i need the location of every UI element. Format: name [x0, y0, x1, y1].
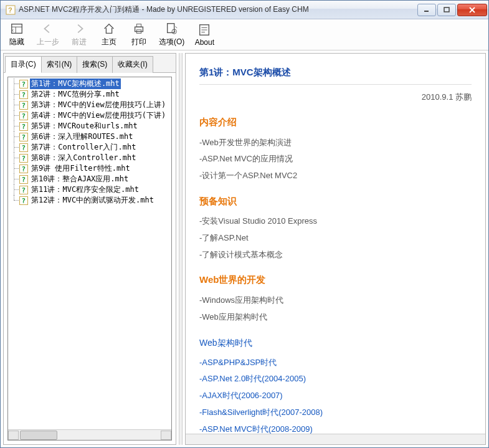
tree-item[interactable]: ?第9讲 使用Filter特性.mht — [9, 163, 170, 174]
section-item: -设计第一个ASP.Net MVC2 — [199, 168, 472, 184]
home-icon — [102, 22, 116, 36]
help-page-icon: ? — [19, 133, 28, 141]
content-pane: 第1讲：MVC架构概述 2010.9.1 苏鹏 内容介绍-Web开发世界的架构演… — [185, 53, 486, 445]
hide-icon — [10, 22, 24, 36]
svg-rect-12 — [167, 24, 174, 33]
tree-item[interactable]: ?第5讲：MVCRoute和urls.mht — [9, 121, 170, 131]
tree-item[interactable]: ?第3讲：MVC中的View层使用技巧(上讲) — [9, 100, 170, 110]
close-button[interactable] — [457, 4, 487, 16]
era-link[interactable]: -ASP.Net MVC时代(2008-2009) — [199, 422, 472, 434]
help-page-icon: ? — [19, 186, 28, 194]
tree-item[interactable]: ?第1讲：MVC架构概述.mht — [9, 79, 170, 89]
era-link[interactable]: -Flash&Silverlight时代(2007-2008) — [199, 405, 472, 421]
era-link[interactable]: -ASP.Net 2.0时代(2004-2005) — [199, 371, 472, 387]
tree-item-label: 第1讲：MVC架构概述.mht — [30, 79, 121, 89]
minimize-button[interactable] — [417, 4, 436, 16]
svg-text:?: ? — [22, 123, 26, 131]
help-page-icon: ? — [19, 164, 28, 173]
tool-label: 主页 — [102, 37, 116, 47]
window-buttons — [416, 4, 487, 16]
svg-text:?: ? — [22, 197, 26, 205]
help-page-icon: ? — [19, 122, 28, 131]
back-button: 上一步 — [34, 21, 62, 49]
tree-connector — [11, 174, 19, 184]
hide-button[interactable]: 隐藏 — [4, 21, 29, 49]
help-page-icon: ? — [19, 80, 28, 88]
tab-index[interactable]: 索引(N) — [41, 56, 78, 73]
tree-item[interactable]: ?第10讲：整合AJAX应用.mht — [9, 174, 170, 184]
tab-favorites[interactable]: 收藏夹(I) — [112, 56, 153, 73]
home-button[interactable]: 主页 — [97, 21, 121, 49]
section-item: -ASP.Net MVC的应用情况 — [199, 151, 472, 167]
svg-text:?: ? — [8, 6, 12, 14]
tree-item[interactable]: ?第11讲：MVC程序安全限定.mht — [9, 184, 170, 195]
tree-item-label: 第6讲：深入理解ROUTES.mht — [30, 131, 134, 142]
nav-tabs: 目录(C)索引(N)搜索(S)收藏夹(I) — [4, 54, 176, 73]
tool-label: 前进 — [72, 37, 87, 47]
scroll-left-button[interactable] — [8, 431, 19, 440]
tree-connector — [11, 100, 19, 110]
svg-text:?: ? — [22, 80, 26, 88]
tree-connector — [11, 110, 19, 121]
tree-item-label: 第3讲：MVC中的View层使用技巧(上讲) — [30, 100, 167, 110]
section-item: -Web开发世界的架构演进 — [199, 135, 472, 151]
tree-item[interactable]: ?第2讲：MVC范例分享.mht — [9, 89, 170, 100]
forward-button: 前进 — [67, 21, 92, 49]
era-link[interactable]: -AJAX时代(2006-2007) — [199, 388, 472, 404]
options-icon — [165, 22, 179, 36]
era-link[interactable]: -ASP&PHP&JSP时代 — [199, 355, 472, 371]
doc-dateline: 2010.9.1 苏鹏 — [199, 90, 472, 105]
tree-item[interactable]: ?第4讲：MVC中的View层使用技巧(下讲) — [9, 110, 170, 121]
svg-text:?: ? — [22, 91, 26, 99]
tree-item-label: 第2讲：MVC范例分享.mht — [30, 89, 121, 100]
tree-item-label: 第7讲：Controller入门.mht — [30, 142, 137, 153]
svg-rect-6 — [12, 24, 22, 34]
tree-item[interactable]: ?第6讲：深入理解ROUTES.mht — [9, 131, 170, 142]
help-page-icon: ? — [19, 154, 28, 163]
print-button[interactable]: 打印 — [126, 21, 151, 49]
tab-search[interactable]: 搜索(S) — [77, 56, 113, 73]
tool-label: 选项(O) — [159, 37, 184, 47]
tool-label: 打印 — [131, 37, 146, 47]
content-horizontal-scrollbar[interactable] — [186, 434, 485, 444]
tree-item-label: 第4讲：MVC中的View层使用技巧(下讲) — [30, 110, 167, 121]
scroll-thumb[interactable] — [20, 431, 57, 440]
tool-label: About — [195, 38, 214, 47]
chm-window: ? ASP.NET MVC2程序开发入门到精通 - Made by UNREGI… — [0, 0, 489, 448]
tree-item-label: 第8讲：深入Controller.mht — [30, 153, 137, 163]
help-page-icon: ? — [19, 90, 28, 99]
tree-item[interactable]: ?第8讲：深入Controller.mht — [9, 153, 170, 163]
tree-connector — [11, 195, 19, 206]
tree-connector — [11, 121, 19, 131]
titlebar[interactable]: ? ASP.NET MVC2程序开发入门到精通 - Made by UNREGI… — [1, 1, 488, 19]
svg-rect-9 — [135, 27, 143, 31]
contents-tree[interactable]: ?第1讲：MVC架构概述.mht?第2讲：MVC范例分享.mht?第3讲：MVC… — [8, 77, 171, 429]
tree-connector — [11, 142, 19, 153]
section-heading: Web世界的开发 — [199, 271, 472, 289]
tree-container: ?第1讲：MVC架构概述.mht?第2讲：MVC范例分享.mht?第3讲：MVC… — [7, 77, 172, 441]
about-button[interactable]: About — [192, 22, 217, 48]
tree-item-label: 第10讲：整合AJAX应用.mht — [30, 174, 130, 184]
options-button[interactable]: 选项(O) — [156, 21, 187, 49]
svg-text:?: ? — [22, 165, 26, 173]
help-page-icon: ? — [19, 112, 28, 120]
tree-horizontal-scrollbar[interactable] — [8, 429, 171, 440]
scroll-right-button[interactable] — [161, 431, 171, 440]
section-item: -了解设计模式基本概念 — [199, 247, 472, 263]
sub-heading: Web架构时代 — [199, 335, 472, 351]
help-page-icon: ? — [19, 175, 28, 184]
tree-item[interactable]: ?第12讲：MVC中的测试驱动开发.mht — [9, 195, 170, 206]
tab-contents[interactable]: 目录(C) — [5, 56, 42, 73]
help-page-icon: ? — [19, 101, 28, 110]
content-area: 目录(C)索引(N)搜索(S)收藏夹(I) ?第1讲：MVC架构概述.mht?第… — [1, 50, 488, 447]
splitter[interactable] — [179, 53, 183, 445]
tree-connector — [11, 131, 19, 142]
app-icon: ? — [6, 5, 16, 15]
title-divider — [199, 84, 472, 85]
tool-label: 隐藏 — [9, 37, 24, 47]
svg-rect-3 — [444, 7, 449, 12]
document-view[interactable]: 第1讲：MVC架构概述 2010.9.1 苏鹏 内容介绍-Web开发世界的架构演… — [186, 54, 485, 434]
tree-item[interactable]: ?第7讲：Controller入门.mht — [9, 142, 170, 153]
maximize-button[interactable] — [437, 4, 456, 16]
forward-icon — [72, 22, 86, 36]
